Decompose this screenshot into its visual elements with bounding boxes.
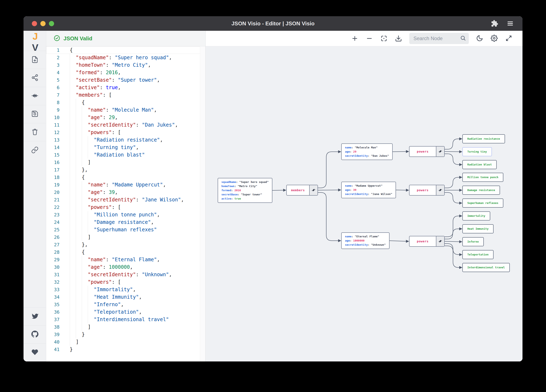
code-text: "Heat Immunity",	[70, 293, 142, 301]
graph-node-p3[interactable]: powers	[409, 236, 445, 247]
sidebar-item-twitter[interactable]	[24, 307, 46, 325]
editor-line-28[interactable]: 28{	[46, 248, 205, 256]
editor-line-15[interactable]: 15"Radiation blast"	[46, 151, 205, 158]
code-text: "Turning tiny",	[70, 144, 139, 151]
editor-line-1[interactable]: 1{	[46, 46, 205, 54]
extensions-puzzle-icon[interactable]	[491, 20, 498, 28]
editor-line-13[interactable]: 13"Radiation resistance",	[46, 136, 205, 144]
editor-line-38[interactable]: 38]	[46, 323, 205, 331]
editor-line-35[interactable]: 35"Inferno",	[46, 301, 205, 308]
zoom-in-button[interactable]	[351, 35, 358, 42]
graph-node-l2a[interactable]: Million tonne punch	[462, 173, 503, 182]
editor-line-18[interactable]: 18{	[46, 174, 205, 181]
sidebar-item-share-graph[interactable]	[24, 69, 46, 87]
editor-line-5[interactable]: 5"secretBase": "Super tower",	[46, 76, 205, 84]
line-number: 15	[46, 152, 59, 158]
line-number: 11	[46, 122, 59, 128]
editor-line-27[interactable]: 27},	[46, 241, 205, 248]
graph-node-l3a[interactable]: Immortality	[462, 211, 490, 221]
search-node-input[interactable]	[413, 35, 458, 42]
editor-line-19[interactable]: 19"name": "Madame Uppercut",	[46, 181, 205, 189]
editor-line-12[interactable]: 12"powers": [	[46, 129, 205, 136]
editor-line-11[interactable]: 11"secretIdentity": "Dan Jukes",	[46, 121, 205, 129]
code-text: "name": "Madame Uppercut",	[70, 181, 166, 189]
code-text: "secretIdentity": "Dan Jukes",	[70, 121, 178, 129]
browser-menu-icon[interactable]	[506, 19, 514, 28]
graph-node-p1[interactable]: powers	[409, 146, 445, 157]
graph-node-l1c[interactable]: Radiation blast	[462, 160, 497, 169]
editor-line-20[interactable]: 20"age": 39,	[46, 189, 205, 196]
collapse-node-icon[interactable]	[436, 185, 444, 195]
moon-icon	[476, 35, 483, 43]
editor-line-10[interactable]: 10"age": 29,	[46, 114, 205, 121]
graph-node-m3[interactable]: name: "Eternal Flame"age: 1000000secretI…	[341, 232, 390, 249]
editor-line-17[interactable]: 17},	[46, 166, 205, 174]
editor-line-23[interactable]: 23"Million tonne punch",	[46, 211, 205, 218]
sidebar-item-github[interactable]	[24, 325, 46, 343]
collapse-node-icon[interactable]	[309, 185, 318, 195]
editor-line-31[interactable]: 31"secretIdentity": "Unknown",	[46, 271, 205, 278]
editor-line-33[interactable]: 33"Immortality",	[46, 286, 205, 293]
editor-line-8[interactable]: 8{	[46, 99, 205, 106]
zoom-out-button[interactable]	[366, 35, 373, 42]
download-image-button[interactable]	[395, 35, 402, 42]
graph-node-l3d[interactable]: Teleportation	[462, 250, 494, 259]
editor-line-36[interactable]: 36"Teleportation",	[46, 308, 205, 316]
editor-line-24[interactable]: 24"Damage resistance",	[46, 218, 205, 226]
graph-node-l1a[interactable]: Radiation resistance	[462, 134, 505, 143]
sidebar-item-center-view[interactable]	[24, 87, 46, 105]
collapse-node-icon[interactable]	[436, 146, 444, 157]
sidebar-item-delete[interactable]	[24, 123, 46, 141]
dark-mode-button[interactable]	[476, 35, 483, 42]
app-logo[interactable]: JV	[24, 31, 46, 51]
graph-node-m2[interactable]: name: "Madame Uppercut"age: 39secretIden…	[341, 182, 396, 198]
graph-node-root[interactable]: squadName: "Super hero squad"homeTown: "…	[218, 178, 272, 203]
code-text: }	[70, 346, 73, 353]
editor-line-41[interactable]: 41}	[46, 346, 205, 353]
graph-node-l1b[interactable]: Turning tiny	[462, 147, 492, 156]
editor-line-3[interactable]: 3"homeTown": "Metro City",	[46, 61, 205, 69]
editor-line-30[interactable]: 30"age": 1000000,	[46, 263, 205, 271]
sidebar-item-new-document[interactable]	[24, 51, 46, 69]
search-node-box	[409, 33, 469, 44]
editor-line-26[interactable]: 26]	[46, 234, 205, 241]
settings-button[interactable]	[490, 35, 498, 42]
editor-line-16[interactable]: 16]	[46, 158, 205, 166]
graph-node-l3e[interactable]: Interdimensional travel	[462, 263, 510, 272]
editor-line-7[interactable]: 7"members": [	[46, 91, 205, 99]
editor-line-40[interactable]: 40]	[46, 338, 205, 346]
code-text: "Immortality",	[70, 286, 136, 293]
editor-line-21[interactable]: 21"secretIdentity": "Jane Wilson",	[46, 196, 205, 203]
sidebar-item-share-link[interactable]	[24, 141, 46, 159]
graph-node-l3b[interactable]: Heat Immunity	[462, 224, 494, 234]
graph-canvas[interactable]: squadName: "Super hero squad"homeTown: "…	[206, 46, 522, 361]
editor-line-25[interactable]: 25"Superhuman reflexes"	[46, 226, 205, 234]
editor-line-34[interactable]: 34"Heat Immunity",	[46, 293, 205, 301]
graph-node-l2c[interactable]: Superhuman reflexes	[462, 198, 503, 208]
editor-line-29[interactable]: 29"name": "Eternal Flame",	[46, 256, 205, 263]
editor-line-22[interactable]: 22"powers": [	[46, 203, 205, 211]
editor-line-32[interactable]: 32"powers": [	[46, 278, 205, 286]
graph-node-members[interactable]: members	[286, 185, 318, 196]
graph-node-p2[interactable]: powers	[409, 185, 445, 196]
search-icon[interactable]	[460, 35, 466, 42]
graph-node-m1[interactable]: name: "Molecule Man"age: 29secretIdentit…	[341, 143, 393, 160]
collapse-node-icon[interactable]	[436, 236, 444, 246]
editor-scrollbar[interactable]	[200, 46, 205, 361]
editor-line-2[interactable]: 2"squadName": "Super hero squad",	[46, 54, 205, 61]
fullscreen-button[interactable]	[505, 35, 513, 42]
editor-line-37[interactable]: 37"Interdimensional travel"	[46, 316, 205, 323]
editor-line-39[interactable]: 39}	[46, 331, 205, 338]
editor-line-4[interactable]: 4"formed": 2016,	[46, 69, 205, 76]
graph-node-l2b[interactable]: Damage resistance	[462, 186, 500, 195]
editor-line-9[interactable]: 9"name": "Molecule Man",	[46, 106, 205, 114]
editor-line-14[interactable]: 14"Turning tiny",	[46, 144, 205, 151]
graph-node-l3c[interactable]: Inferno	[462, 237, 484, 246]
sidebar-item-save[interactable]	[24, 105, 46, 123]
editor-line-6[interactable]: 6"active": true,	[46, 84, 205, 91]
code-text: "secretIdentity": "Jane Wilson",	[70, 196, 184, 203]
json-editor[interactable]: 1{2"squadName": "Super hero squad",3"hom…	[46, 46, 205, 361]
code-text: "age": 39,	[70, 189, 118, 196]
center-focus-button[interactable]	[380, 35, 388, 42]
sidebar-item-sponsor[interactable]	[24, 343, 46, 361]
